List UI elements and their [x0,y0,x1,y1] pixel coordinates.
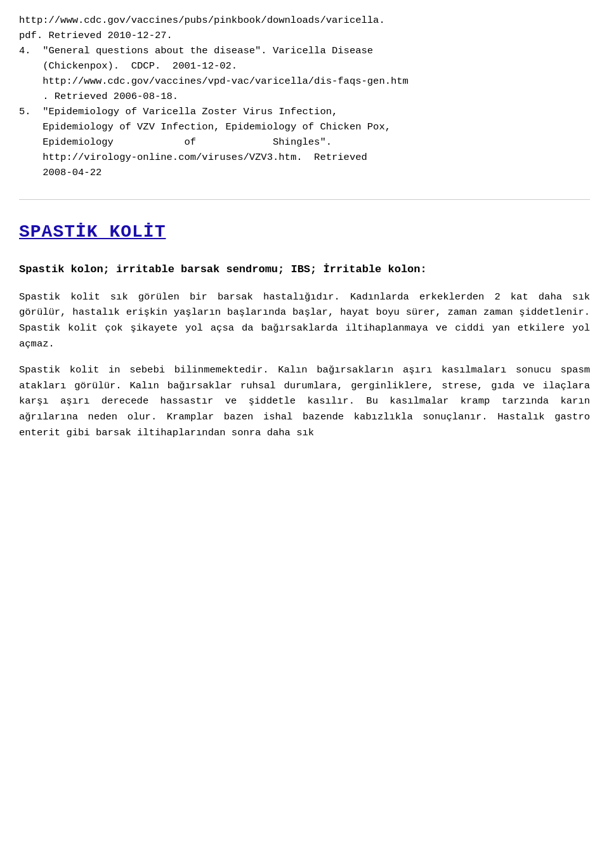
ref-5-line1: 5. "Epidemiology of Varicella Zoster Vir… [19,104,590,119]
article-subtitle: Spastik kolon; irritable barsak sendromu… [19,261,590,278]
page-container: http://www.cdc.gov/vaccines/pubs/pinkboo… [19,13,590,441]
ref-4-line1: 4. "General questions about the disease"… [19,43,590,58]
ref-5-line2: Epidemiology of VZV Infection, Epidemiol… [19,119,590,135]
ref-3-line2: pdf. Retrieved 2010-12-27. [19,28,590,43]
article-body: Spastik kolit sık görülen bir barsak has… [19,289,590,441]
ref-4-line2: (Chickenpox). CDCP. 2001-12-02. [19,58,590,74]
ref-4-line3: http://www.cdc.gov/vaccines/vpd-vac/vari… [19,74,590,89]
ref-3-line1: http://www.cdc.gov/vaccines/pubs/pinkboo… [19,13,590,28]
article-section: SPASTİK KOLİT Spastik kolon; irritable b… [19,219,590,441]
ref-5-line5: 2008-04-22 [19,165,590,180]
references-section: http://www.cdc.gov/vaccines/pubs/pinkboo… [19,13,590,180]
ref-4-line4: . Retrieved 2006-08-18. [19,89,590,104]
ref-5-line3: Epidemiology of Shingles". [19,135,590,150]
article-title[interactable]: SPASTİK KOLİT [19,219,590,246]
article-paragraph-2: Spastik kolit in sebebi bilinmemektedir.… [19,362,590,441]
ref-5-line4: http://virology-online.com/viruses/VZV3.… [19,150,590,165]
article-paragraph-1: Spastik kolit sık görülen bir barsak has… [19,289,590,352]
section-divider [19,199,590,200]
